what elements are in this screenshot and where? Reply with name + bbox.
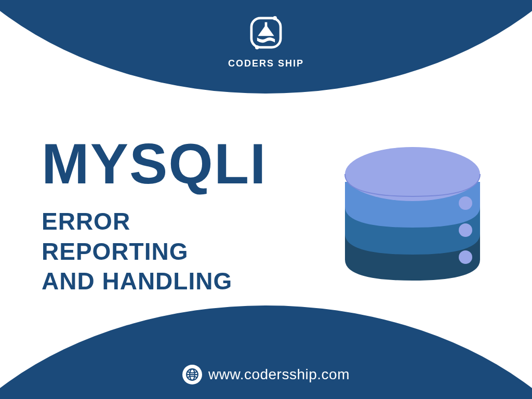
- footer: www.codersship.com: [182, 365, 350, 384]
- brand-logo-block: CODERS SHIP: [228, 12, 304, 69]
- website-url: www.codersship.com: [208, 366, 350, 383]
- subtitle-line-1: ERROR: [42, 207, 267, 237]
- main-subtitle: ERROR REPORTING AND HANDLING: [42, 207, 267, 297]
- main-title: MYSQLI: [42, 135, 267, 192]
- svg-point-6: [459, 196, 472, 210]
- svg-point-2: [255, 45, 259, 49]
- globe-icon: [182, 365, 202, 384]
- ship-logo-icon: [246, 12, 286, 55]
- svg-point-7: [345, 147, 480, 201]
- main-content: MYSQLI ERROR REPORTING AND HANDLING: [42, 135, 267, 297]
- subtitle-line-2: REPORTING: [42, 237, 267, 267]
- svg-rect-3: [265, 22, 268, 27]
- svg-point-5: [459, 223, 472, 237]
- svg-point-4: [459, 250, 472, 264]
- database-icon: [335, 135, 490, 291]
- subtitle-line-3: AND HANDLING: [42, 267, 267, 297]
- svg-point-1: [273, 16, 277, 20]
- brand-name: CODERS SHIP: [228, 58, 304, 69]
- bottom-arc-background: [0, 305, 532, 399]
